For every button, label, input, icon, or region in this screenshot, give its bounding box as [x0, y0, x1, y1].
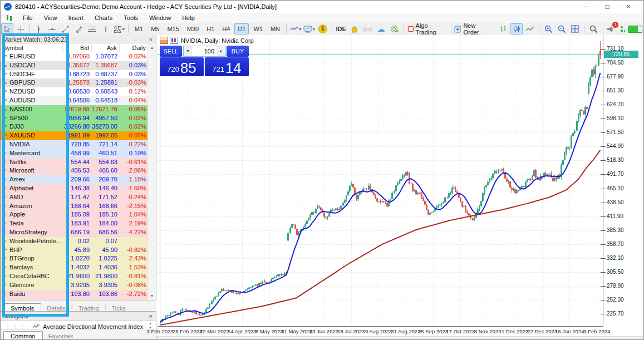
zoom-out-icon[interactable]	[555, 23, 568, 35]
column-header-symbol[interactable]: Symbol	[1, 44, 63, 52]
market-watch-row-amex[interactable]: •Amex209.66209.70-1.18%	[1, 175, 149, 184]
volume-increase-icon[interactable]: ▴	[217, 46, 225, 56]
menu-item-insert[interactable]: Insert	[62, 14, 89, 21]
market-watch-row-microsoft[interactable]: •Microsoft406.53406.60-2.06%	[1, 166, 149, 175]
column-header-bid[interactable]: Bid	[63, 44, 92, 52]
market-watch-row-netflix[interactable]: •Netflix554.44554.63-0.61%	[1, 158, 149, 167]
cursor-tool-icon[interactable]	[1, 23, 13, 35]
market-watch-row-gbpusd[interactable]: ↘GBPUSD1.258781.25891-0.03%	[1, 78, 149, 87]
search-icon[interactable]	[587, 23, 599, 35]
market-watch-row-btgroup[interactable]: •BTGroup1.02201.0225-2.43%	[1, 254, 149, 263]
minimize-button[interactable]: –	[576, 3, 597, 11]
buy-price-button[interactable]: 721 14	[205, 57, 249, 76]
market-watch-row-barclays[interactable]: •Barclays1.40321.4036-1.53%	[1, 263, 149, 272]
timeframe-m1-button[interactable]: M1	[131, 23, 146, 35]
notifications-icon[interactable]: 1	[603, 23, 616, 35]
market-watch-row-usdchf[interactable]: ↗USDCHF0.887230.887370.03%	[1, 70, 149, 79]
timeframe-h4-button[interactable]: H4	[219, 23, 233, 35]
channel-tool-icon[interactable]	[73, 23, 85, 35]
market-watch-row-nas100[interactable]: ↘NAS10017619.8817621.78-0.06%	[1, 105, 149, 114]
market-watch-row-xauusd[interactable]: ↗XAUUSD1991.891992.05-0.05%	[1, 131, 149, 140]
shapes-tool-icon[interactable]: ▾	[113, 23, 125, 35]
menu-item-file[interactable]: File	[17, 14, 38, 21]
timeframe-mn-button[interactable]: MN	[267, 23, 283, 35]
crosshair-tool-icon[interactable]	[14, 23, 27, 35]
templates-icon[interactable]: ▾	[303, 23, 315, 35]
menu-item-view[interactable]: View	[38, 14, 63, 21]
market-watch-row-alphabet[interactable]: •Alphabet146.38146.40-1.60%	[1, 184, 149, 193]
timeframe-h1-button[interactable]: H1	[203, 23, 218, 35]
chart-symbol-icon[interactable]	[170, 37, 178, 44]
market-watch-row-cocacolahbc[interactable]: •CocaColaHBC21.960021.9800-0.81%	[1, 272, 149, 281]
timeframe-w1-button[interactable]: W1	[250, 23, 266, 35]
bid-value: 209.66	[63, 175, 92, 184]
price-chart[interactable]	[158, 35, 603, 326]
tile-windows-icon[interactable]	[569, 23, 581, 35]
price-axis[interactable]: 731.10704.50677.90651.30624.70598.10571.…	[603, 35, 644, 326]
nav-tab-common[interactable]: Common	[3, 331, 43, 340]
line-mode-icon[interactable]	[524, 23, 536, 35]
scroll-down-icon[interactable]: ▾	[148, 292, 156, 300]
horizontal-line-tool-icon[interactable]	[46, 23, 58, 35]
market-watch-row-tesla[interactable]: •Tesla183.91184.00-2.19%	[1, 219, 149, 228]
menu-item-charts[interactable]: Charts	[89, 14, 118, 21]
market-watch-row-nvidia[interactable]: •NVIDIA720.85721.14-0.22%	[1, 140, 149, 149]
market-watch-row-microstrategy[interactable]: •MicroStrategy686.19686.56-4.22%	[1, 228, 149, 237]
column-header-ask[interactable]: Ask	[92, 44, 120, 52]
depth-of-market-icon[interactable]	[160, 37, 168, 44]
navigator-close-icon[interactable]: ×	[148, 313, 154, 319]
volume-decrease-icon[interactable]: ▾	[184, 46, 192, 56]
buy-button[interactable]: BUY	[227, 46, 249, 57]
menu-item-window[interactable]: Window	[144, 14, 176, 21]
algo-trading-button[interactable]: Algo Trading	[407, 23, 448, 35]
chart-window-icon[interactable]	[5, 14, 14, 21]
market-watch-scrollbar[interactable]: ▴ ▾	[148, 44, 156, 300]
market-watch-row-dj30[interactable]: ↗DJ3038266.8038270.00-0.02%	[1, 122, 149, 131]
zoom-in-icon[interactable]	[542, 23, 554, 35]
market-watch-row-apple[interactable]: •Apple185.09185.10-1.04%	[1, 210, 149, 219]
sell-button[interactable]: SELL	[160, 46, 182, 57]
community-icon[interactable]	[389, 23, 401, 35]
cloud-icon[interactable]: ☁	[375, 23, 387, 35]
text-tool-icon[interactable]: T	[100, 23, 112, 35]
market-watch-row-baidu[interactable]: •Baidu103.80103.86-2.72%	[1, 290, 149, 299]
market-watch-row-usdcad[interactable]: ↘USDCAD1.356721.356870.03%	[1, 61, 149, 70]
market-watch-row-glencore[interactable]: •Glencore3.92953.9305-0.08%	[1, 281, 149, 290]
market-icon[interactable]: $	[317, 23, 329, 35]
maximize-button[interactable]: □	[597, 3, 618, 11]
timeframe-m5-button[interactable]: M5	[148, 23, 163, 35]
trendline-tool-icon[interactable]	[60, 23, 72, 35]
volume-input[interactable]: 100	[192, 46, 217, 56]
indicators-icon[interactable]: ▾	[289, 23, 302, 35]
market-watch-row-woodsidepetrole[interactable]: •WoodsidePetrole...0.020.07	[1, 237, 149, 246]
market-watch-row-mastercard[interactable]: •Mastercard458.99460.510.10%	[1, 149, 149, 158]
bar-chart-mode-icon[interactable]	[497, 23, 509, 35]
column-header-change[interactable]: Daily Ch...	[120, 44, 149, 52]
ide-button[interactable]: IDE	[335, 23, 347, 35]
market-watch-row-eurusd[interactable]: ↗EURUSD1.070601.07072-0.02%	[1, 52, 149, 61]
timeframe-d1-button[interactable]: D1	[234, 23, 249, 35]
vertical-line-tool-icon[interactable]	[33, 23, 45, 35]
candles-mode-icon[interactable]	[510, 23, 523, 35]
menu-item-help[interactable]: Help	[176, 14, 200, 21]
market-watch-row-sp500[interactable]: ↗SP5004956.944957.50-0.02%	[1, 114, 149, 123]
shopping-bag-icon[interactable]	[348, 23, 361, 35]
market-watch-row-nzdusd[interactable]: ↗NZDUSD0.605300.60543-0.12%	[1, 87, 149, 96]
new-order-button[interactable]: New Order	[454, 23, 491, 35]
date-axis[interactable]: 3 Feb 202328 Feb 202322 Mar 202314 Apr 2…	[158, 326, 603, 337]
nav-tab-favorites[interactable]: Favorites	[43, 332, 79, 340]
market-watch-row-bhp[interactable]: ↗BHP45.8945.90-0.82%	[1, 246, 149, 255]
menu-item-tools[interactable]: Tools	[118, 14, 144, 21]
daily-change-value: -1.04%	[120, 210, 149, 219]
fibonacci-tool-icon[interactable]	[86, 23, 99, 35]
market-watch-row-audusd[interactable]: ↗AUDUSD0.645060.64518-0.04%	[1, 96, 149, 105]
timeframe-m30-button[interactable]: M30	[184, 23, 202, 35]
sell-price-button[interactable]: 720 85	[160, 57, 204, 76]
market-watch-row-amd[interactable]: •AMD171.47171.52-0.24%	[1, 193, 149, 202]
broadcast-icon[interactable]: ((o))	[362, 23, 374, 35]
market-watch-row-amazon[interactable]: •Amazon168.64168.66-2.15%	[1, 202, 149, 211]
market-watch-close-icon[interactable]: ×	[148, 36, 154, 43]
close-button[interactable]: ×	[618, 3, 639, 11]
scroll-up-icon[interactable]: ▴	[148, 44, 156, 52]
timeframe-m15-button[interactable]: M15	[164, 23, 182, 35]
